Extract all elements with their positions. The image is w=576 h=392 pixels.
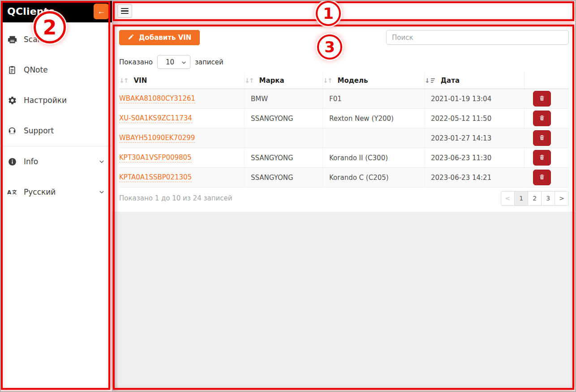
sort-desc-icon: ↓ <box>425 77 435 84</box>
sidebar: QClients ← ScanDoc QNote <box>0 0 112 392</box>
printer-icon <box>7 34 17 44</box>
trash-icon <box>539 154 545 162</box>
column-header-model[interactable]: ↓↑ Модель <box>323 72 425 89</box>
pagination-page-2[interactable]: 2 <box>528 191 542 206</box>
pagination-prev-button[interactable]: < <box>501 191 515 206</box>
clipboard-icon <box>7 65 17 75</box>
brand-cell: SSANGYONG <box>245 168 323 187</box>
sidebar-item-label: Русский <box>24 187 56 196</box>
sidebar-item-settings[interactable]: Настройки <box>0 85 112 115</box>
pencil-icon <box>128 34 134 42</box>
table-row: WBAKA81080CY31261 BMW F01 2021-01-19 13:… <box>119 89 569 109</box>
table-footer: Показано 1 до 10 из 24 записей < 1 2 3 > <box>119 190 569 206</box>
vin-link[interactable]: WBAYH51090EK70299 <box>119 134 195 143</box>
topbar <box>112 0 576 21</box>
delete-button[interactable] <box>533 150 551 166</box>
date-cell: 2022-05-12 11:50 <box>425 109 524 128</box>
pagination-page-1[interactable]: 1 <box>515 191 528 206</box>
vin-link[interactable]: XU-S0A1KS9ZC11734 <box>119 114 192 123</box>
main-area: Добавить VIN Показано 10 записей <box>112 0 576 392</box>
date-cell: 2023-06-23 11:30 <box>425 148 524 167</box>
sort-icon: ↓↑ <box>119 77 128 84</box>
table-row: WBAYH51090EK70299 2023-01-27 14:13 <box>119 128 569 148</box>
trash-icon <box>539 95 545 103</box>
pagination-page-3[interactable]: 3 <box>542 191 555 206</box>
arrow-left-icon: ← <box>97 7 105 16</box>
chevron-down-icon <box>99 158 105 165</box>
model-cell: F01 <box>323 89 425 108</box>
date-cell: 2021-01-19 13:04 <box>425 89 524 108</box>
column-header-brand[interactable]: ↓↑ Марка <box>245 72 323 89</box>
model-cell: Korando C (C205) <box>323 168 425 187</box>
sort-icon: ↓↑ <box>245 77 253 84</box>
vin-table: ↓↑ VIN ↓↑ Марка ↓↑ Модель ↓ <box>119 72 569 187</box>
table-row: XU-S0A1KS9ZC11734 SSANGYONG Rexton New (… <box>119 109 569 128</box>
trash-icon <box>539 115 545 123</box>
search-input[interactable] <box>386 30 569 45</box>
sidebar-item-label: QNote <box>24 65 48 74</box>
records-summary: Показано 1 до 10 из 24 записей <box>119 194 232 202</box>
column-header-vin[interactable]: ↓↑ VIN <box>119 72 245 89</box>
sidebar-item-label: ScanDoc <box>24 35 57 44</box>
page-length-control: Показано 10 записей <box>119 55 569 69</box>
sidebar-item-info[interactable]: Info <box>0 146 112 177</box>
brand-cell: BMW <box>245 89 323 108</box>
model-cell: Rexton New (Y200) <box>323 109 425 128</box>
pagination: < 1 2 3 > <box>501 191 569 206</box>
delete-button[interactable] <box>533 170 551 185</box>
hamburger-icon <box>121 8 129 9</box>
table-body: WBAKA81080CY31261 BMW F01 2021-01-19 13:… <box>119 89 569 187</box>
gear-icon <box>7 95 17 105</box>
sidebar-item-label: Support <box>24 126 54 135</box>
length-prefix-label: Показано <box>119 58 153 66</box>
sidebar-item-qnote[interactable]: QNote <box>0 55 112 85</box>
date-cell: 2023-01-27 14:13 <box>425 128 524 148</box>
model-cell <box>323 128 425 148</box>
sidebar-item-scandoc[interactable]: ScanDoc <box>0 24 112 55</box>
sidebar-toggle-button[interactable] <box>117 4 132 18</box>
add-vin-button[interactable]: Добавить VIN <box>119 30 200 45</box>
trash-icon <box>539 134 545 142</box>
delete-button[interactable] <box>533 91 551 107</box>
vin-link[interactable]: KPT30A1VSFP009805 <box>119 153 192 162</box>
svg-text:A: A <box>7 189 12 196</box>
sidebar-item-label: Info <box>24 157 38 166</box>
sort-icon: ↓↑ <box>323 77 331 84</box>
sidebar-item-language[interactable]: A Русский <box>0 177 112 207</box>
pagination-next-button[interactable]: > <box>555 191 569 206</box>
vin-link[interactable]: WBAKA81080CY31261 <box>119 94 195 103</box>
app-window: QClients ← ScanDoc QNote <box>0 0 576 392</box>
sidebar-nav: ScanDoc QNote Настройки Support <box>0 22 112 207</box>
app-title: QClients <box>7 6 55 17</box>
add-vin-label: Добавить VIN <box>139 34 191 42</box>
column-header-actions <box>524 72 569 89</box>
page-length-select[interactable]: 10 <box>157 55 190 69</box>
sidebar-header: QClients ← <box>0 0 112 22</box>
length-suffix-label: записей <box>195 58 224 66</box>
headset-icon <box>7 126 17 136</box>
language-icon: A <box>7 187 17 197</box>
column-header-date[interactable]: ↓ Дата <box>425 72 524 89</box>
delete-button[interactable] <box>533 130 551 146</box>
delete-button[interactable] <box>533 111 551 126</box>
trash-icon <box>539 174 545 182</box>
sidebar-collapse-button[interactable]: ← <box>94 4 109 19</box>
chevron-down-icon <box>99 189 105 195</box>
table-row: KPT30A1VSFP009805 SSANGYONG Korando II (… <box>119 148 569 168</box>
info-icon <box>7 157 17 166</box>
brand-cell: SSANGYONG <box>245 109 323 128</box>
table-row: KPTA0A1SSBP021305 SSANGYONG Korando C (C… <box>119 168 569 187</box>
date-cell: 2023-06-23 14:21 <box>425 168 524 187</box>
content-card: Добавить VIN Показано 10 записей <box>112 21 576 212</box>
vin-link[interactable]: KPTA0A1SSBP021305 <box>119 173 192 182</box>
brand-cell <box>245 128 323 148</box>
toolbar-row: Добавить VIN <box>119 21 569 45</box>
brand-cell: SSANGYONG <box>245 148 323 167</box>
model-cell: Korando II (C300) <box>323 148 425 167</box>
table-header-row: ↓↑ VIN ↓↑ Марка ↓↑ Модель ↓ <box>119 72 569 89</box>
sidebar-item-label: Настройки <box>24 96 67 105</box>
sidebar-item-support[interactable]: Support <box>0 115 112 146</box>
